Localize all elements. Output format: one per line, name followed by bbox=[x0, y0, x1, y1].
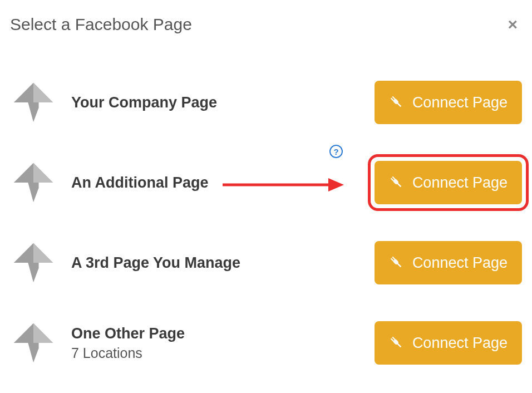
page-name: One Other Page bbox=[71, 325, 375, 342]
svg-rect-7 bbox=[397, 102, 401, 107]
modal-header: Select a Facebook Page × bbox=[10, 9, 522, 40]
connect-page-label: Connect Page bbox=[412, 94, 508, 111]
page-row: An Additional Page Connect Page bbox=[10, 143, 522, 223]
svg-marker-9 bbox=[33, 163, 53, 183]
page-row: One Other Page 7 Locations Connect Page bbox=[10, 303, 522, 383]
plug-icon bbox=[389, 95, 405, 110]
arrow-icon bbox=[11, 240, 56, 285]
svg-marker-15 bbox=[33, 243, 53, 263]
plug-icon bbox=[389, 175, 405, 190]
svg-rect-19 bbox=[397, 263, 401, 267]
modal-title: Select a Facebook Page bbox=[10, 15, 192, 34]
page-text: Your Company Page bbox=[71, 94, 375, 111]
svg-marker-3 bbox=[33, 83, 53, 102]
page-text: A 3rd Page You Manage bbox=[71, 254, 375, 272]
page-list: Your Company Page Connect Page An Additi… bbox=[10, 62, 522, 383]
connect-page-label: Connect Page bbox=[412, 174, 508, 191]
page-name: Your Company Page bbox=[71, 94, 375, 111]
arrow-icon bbox=[11, 321, 56, 365]
plug-icon bbox=[389, 255, 405, 271]
svg-rect-25 bbox=[397, 343, 401, 347]
svg-marker-21 bbox=[33, 323, 53, 343]
select-facebook-page-modal: Select a Facebook Page × ? Your Company … bbox=[0, 0, 532, 393]
close-button[interactable]: × bbox=[503, 14, 522, 35]
page-text: An Additional Page bbox=[71, 174, 375, 191]
connect-page-button[interactable]: Connect Page bbox=[375, 241, 522, 284]
connect-page-label: Connect Page bbox=[412, 254, 508, 272]
page-name: An Additional Page bbox=[71, 174, 375, 191]
page-row: Your Company Page Connect Page bbox=[10, 62, 522, 143]
plug-icon bbox=[389, 335, 405, 351]
page-text: One Other Page 7 Locations bbox=[71, 325, 375, 361]
arrow-icon bbox=[11, 80, 56, 125]
arrow-icon bbox=[11, 160, 56, 205]
connect-page-button[interactable]: Connect Page bbox=[375, 81, 522, 124]
connect-page-button[interactable]: Connect Page bbox=[375, 321, 522, 365]
connect-page-button[interactable]: Connect Page bbox=[375, 161, 522, 204]
connect-page-label: Connect Page bbox=[412, 335, 508, 352]
page-name: A 3rd Page You Manage bbox=[71, 254, 375, 272]
page-row: A 3rd Page You Manage Connect Page bbox=[10, 223, 522, 303]
page-subtext: 7 Locations bbox=[71, 345, 375, 361]
svg-rect-13 bbox=[397, 183, 401, 187]
